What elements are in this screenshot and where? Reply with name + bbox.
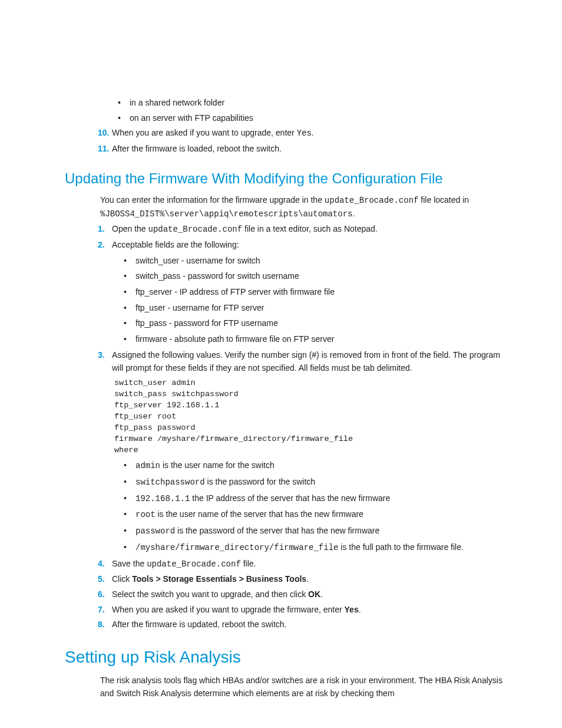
bold-text: Tools > Storage Essentials > Business To… [132, 574, 306, 584]
field-name: switch_user [135, 256, 179, 265]
step-11: 11. After the firmware is loaded, reboot… [98, 143, 503, 156]
list-item: root is the user name of the server that… [124, 508, 503, 522]
list-item: switch_user - username for switch [124, 255, 503, 268]
text: Assigned the following values. Verify th… [112, 350, 500, 373]
code: 192.168.1.1 [135, 494, 190, 503]
step-number: 11. [98, 143, 109, 156]
field-list: switch_user - username for switch switch… [124, 255, 503, 346]
heading-risk-analysis: Setting up Risk Analysis [65, 644, 503, 670]
list-item: ftp_server - IP address of FTP server wi… [124, 286, 503, 299]
list-item: admin is the user name for the switch [124, 459, 503, 473]
field-desc: - username for FTP server [166, 303, 265, 312]
list-item: on an server with FTP capabilities [118, 112, 503, 125]
code: update_Brocade.conf [325, 196, 419, 205]
field-name: firmware [135, 334, 167, 344]
code: /myshare/firmware_directory/firmware_fil… [135, 543, 338, 552]
step-5: 5. Click Tools > Storage Essentials > Bu… [98, 573, 503, 586]
step-7: 7. When you are asked if you want to upg… [98, 604, 503, 617]
text: The risk analysis tools flag which HBAs … [100, 676, 503, 698]
list-item: 192.168.1.1 the IP address of the server… [124, 492, 503, 506]
paragraph: You can enter the information for the fi… [100, 194, 503, 220]
step-number: 8. [98, 618, 105, 631]
code: Yes [297, 129, 312, 138]
bold-text: OK [308, 589, 320, 599]
code: admin [135, 461, 160, 470]
text: file. [241, 559, 256, 568]
heading-updating-firmware: Updating the Firmware With Modifying the… [65, 167, 503, 189]
text: When you are asked if you want to upgrad… [112, 605, 345, 614]
code: root [135, 510, 156, 519]
text: Open the [112, 224, 148, 233]
step-2: 2. Acceptable fields are the following: [98, 239, 503, 252]
text: Save the [112, 559, 147, 568]
code: switchpassword [135, 477, 205, 487]
field-name: switch_pass [135, 271, 180, 281]
step-number: 5. [98, 573, 105, 586]
text: Acceptable fields are the following: [112, 240, 239, 249]
code: %JBOSS4_DIST%\server\appiq\remotescripts… [100, 209, 352, 219]
text: is the password for the switch [205, 477, 316, 486]
field-desc: - password for FTP username [167, 318, 278, 328]
step-number: 7. [98, 604, 105, 617]
bold-text: Yes [345, 605, 359, 614]
list-item: in a shared network folder [118, 97, 503, 110]
text: After the firmware is updated, reboot th… [112, 620, 286, 629]
text: . [320, 589, 323, 599]
step-number: 4. [98, 558, 105, 571]
text: Select the switch you want to upgrade, a… [112, 589, 308, 599]
text: file located in [418, 195, 469, 205]
value-list: admin is the user name for the switch sw… [124, 459, 503, 554]
field-name: ftp_user [135, 303, 166, 312]
list-item: password is the password of the server t… [124, 525, 503, 538]
code: update_Brocade.conf [147, 559, 241, 569]
text: is the user name for the switch [160, 460, 275, 470]
paragraph: The risk analysis tools flag which HBAs … [100, 674, 503, 700]
step-8: 8. After the firmware is updated, reboot… [98, 618, 503, 631]
list-item: /myshare/firmware_directory/firmware_fil… [124, 541, 503, 555]
text: on an server with FTP capabilities [130, 113, 253, 123]
code: password [135, 526, 175, 536]
text: Click [112, 574, 132, 584]
text: in a shared network folder [130, 98, 224, 107]
step-10: 10. When you are asked if you want to up… [98, 127, 503, 140]
text: is the full path to the firmware file. [338, 542, 463, 552]
list-item: ftp_user - username for FTP server [124, 302, 503, 315]
text: . [352, 209, 355, 218]
field-desc: - IP address of FTP server with firmware… [172, 287, 335, 297]
step-6: 6. Select the switch you want to upgrade… [98, 588, 503, 601]
code-block: switch_user admin switch_pass switchpass… [114, 378, 503, 456]
field-desc: - password for switch username [180, 271, 299, 281]
step-3: 3. Assigned the following values. Verify… [98, 349, 503, 374]
field-name: ftp_pass [135, 318, 167, 328]
text: After the firmware is loaded, reboot the… [112, 144, 282, 153]
field-name: ftp_server [135, 287, 172, 297]
text: is the user name of the server that has … [156, 509, 363, 519]
text: is the password of the server that has t… [175, 526, 379, 535]
text: file in a text editor, such as Notepad. [242, 224, 378, 233]
text: the IP address of the server that has th… [190, 493, 390, 503]
field-desc: - absolute path to firmware file on FTP … [167, 334, 335, 344]
field-desc: - username for switch [179, 256, 260, 265]
page-content: in a shared network folder on an server … [0, 0, 562, 728]
step-number: 3. [98, 349, 105, 362]
text: . [312, 128, 314, 137]
text: . [359, 605, 361, 614]
list-item: switch_pass - password for switch userna… [124, 270, 503, 283]
list-item: ftp_pass - password for FTP username [124, 317, 503, 330]
step-number: 6. [98, 588, 105, 601]
step-4: 4. Save the update_Brocade.conf file. [98, 558, 503, 571]
step-1: 1. Open the update_Brocade.conf file in … [98, 223, 503, 236]
step-number: 2. [98, 239, 105, 252]
step-number: 10. [98, 127, 109, 140]
step-number: 1. [98, 223, 105, 236]
text: . [306, 574, 309, 584]
text: When you are asked if you want to upgrad… [112, 128, 297, 137]
code: update_Brocade.conf [148, 225, 243, 234]
text: You can enter the information for the fi… [100, 195, 325, 205]
list-item: switchpassword is the password for the s… [124, 476, 503, 489]
intro-bullet-list: in a shared network folder on an server … [118, 97, 503, 124]
list-item: firmware - absolute path to firmware fil… [124, 333, 503, 346]
